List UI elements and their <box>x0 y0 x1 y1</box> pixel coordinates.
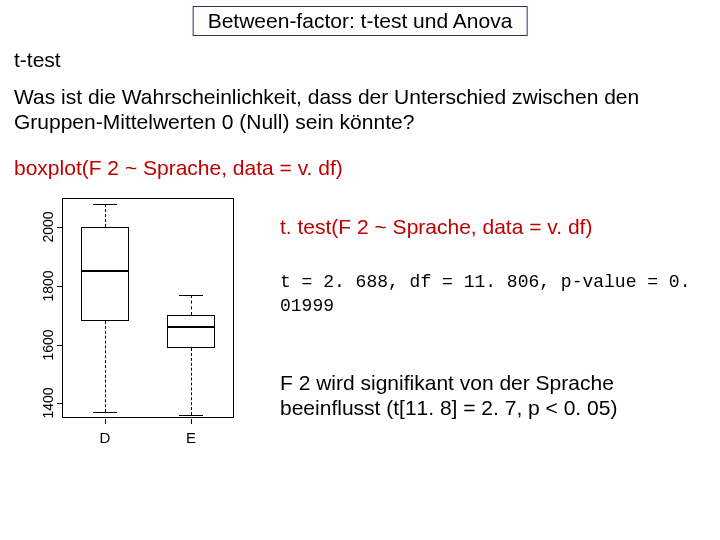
boxplot-chart: 1400160018002000DE <box>14 192 244 452</box>
whisker-upper <box>191 295 192 316</box>
y-tick-label: 1600 <box>40 329 54 360</box>
median-line <box>167 326 214 328</box>
whisker-lower <box>105 321 106 412</box>
y-tick <box>57 345 62 346</box>
slide-title-box: Between-factor: t-test und Anova <box>193 6 528 36</box>
ttest-output: t = 2. 688, df = 11. 806, p-value = 0. 0… <box>280 270 700 319</box>
y-tick <box>57 227 62 228</box>
whisker-cap-lower <box>179 415 203 416</box>
y-tick-label: 2000 <box>40 212 54 243</box>
whisker-lower <box>191 348 192 415</box>
whisker-cap-upper <box>179 295 203 296</box>
box <box>81 227 128 321</box>
slide-title: Between-factor: t-test und Anova <box>208 9 513 32</box>
y-tick <box>57 403 62 404</box>
box <box>167 315 214 347</box>
x-tick <box>191 419 192 424</box>
conclusion-text: F 2 wird signifikant von der Sprache bee… <box>280 370 700 420</box>
code-ttest: t. test(F 2 ~ Sprache, data = v. df) <box>280 215 592 239</box>
median-line <box>81 270 128 272</box>
x-tick-label: E <box>186 429 196 446</box>
question-text: Was ist die Wahrscheinlichkeit, dass der… <box>14 84 706 134</box>
y-tick-label: 1800 <box>40 270 54 301</box>
y-tick <box>57 286 62 287</box>
code-boxplot: boxplot(F 2 ~ Sprache, data = v. df) <box>14 156 343 180</box>
x-tick-label: D <box>100 429 111 446</box>
whisker-cap-upper <box>93 204 117 205</box>
section-heading: t-test <box>14 48 61 72</box>
y-tick-label: 1400 <box>40 388 54 419</box>
whisker-cap-lower <box>93 412 117 413</box>
x-tick <box>105 419 106 424</box>
whisker-upper <box>105 204 106 227</box>
